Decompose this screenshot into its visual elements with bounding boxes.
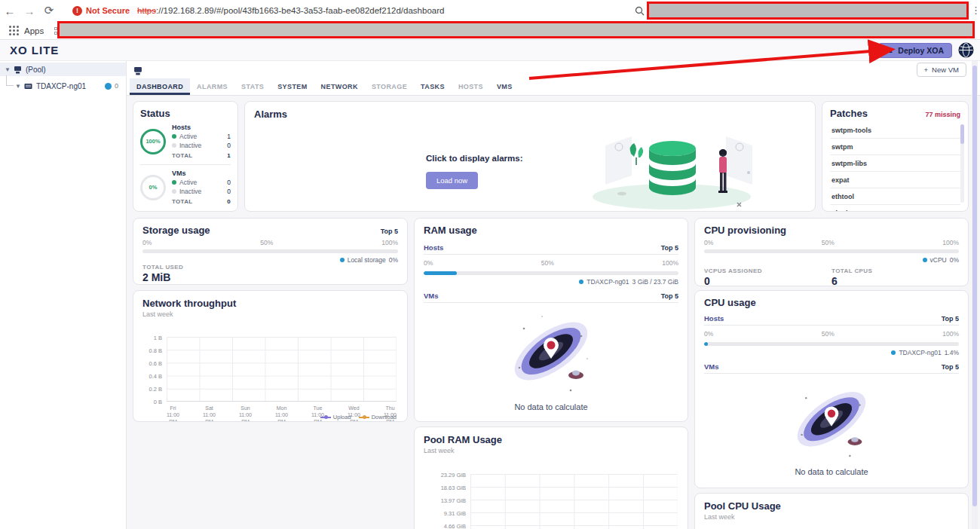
alarms-title: Alarms	[254, 109, 806, 120]
status-title: Status	[140, 108, 231, 119]
sidebar-item-host[interactable]: ▼ TDAXCP-ng01 0	[0, 79, 126, 93]
cpu-usage-legend-value: 1.4%	[945, 349, 959, 356]
xo-lite-dashboard-page: ← → ⟳ ! Not Secure https://192.168.2.89/…	[0, 0, 980, 529]
cpu-prov-title: CPU provisioning	[704, 225, 959, 236]
patch-item[interactable]: swtpm-libs	[830, 155, 960, 172]
apps-label[interactable]: Apps	[24, 26, 44, 35]
reload-icon[interactable]: ⟳	[39, 4, 59, 17]
top5-label: Top 5	[661, 292, 678, 300]
pool-ram-usage-card: Pool RAM Usage Last week 23.29 GiB 18.63…	[414, 427, 688, 529]
y-tick: 0.8 B	[142, 347, 162, 354]
inactive-label: Inactive	[179, 188, 201, 195]
user-avatar[interactable]	[958, 42, 974, 58]
vms-status-block: 0% VMs Active0 Inactive0 TOTAL0	[140, 170, 231, 205]
pool-icon	[133, 65, 142, 78]
scale-0: 0%	[704, 330, 713, 338]
patch-item[interactable]: expat	[830, 172, 960, 188]
y-tick: 1 B	[142, 335, 162, 341]
upload-legend-label: Upload	[333, 414, 351, 420]
inactive-label: Inactive	[179, 142, 201, 149]
deploy-xoa-label: Deploy XOA	[898, 46, 944, 55]
new-vm-button[interactable]: + New VM	[917, 63, 966, 77]
no-data-text: No data to calculate	[424, 402, 678, 411]
scale-0: 0%	[424, 259, 433, 267]
y-tick: 0.6 B	[142, 360, 162, 367]
tab-network[interactable]: NETWORK	[314, 78, 365, 95]
pool-cpu-subtitle: Last week	[704, 513, 959, 521]
tab-dashboard[interactable]: DASHBOARD	[130, 78, 190, 95]
vm-count-value: 0	[115, 82, 118, 90]
scale-0: 0%	[142, 239, 152, 246]
warning-icon: !	[72, 6, 82, 16]
ram-legend-value: 3 GiB / 23.7 GiB	[632, 278, 678, 286]
load-now-button[interactable]: Load now	[426, 172, 478, 189]
divider	[140, 164, 231, 165]
apps-grid-icon[interactable]	[9, 26, 19, 35]
cpu-prov-progressbar	[704, 249, 959, 253]
scale-50: 50%	[822, 330, 835, 338]
sidebar-item-pool[interactable]: ▼ (Pool)	[0, 63, 126, 76]
legend-dot-icon	[340, 258, 345, 262]
legend-dot-icon	[579, 280, 583, 284]
inactive-value: 0	[227, 142, 231, 149]
sidebar-tree: ▼ (Pool) ▼ TDAXCP-ng01 0	[0, 61, 127, 529]
scale-100: 100%	[662, 259, 678, 267]
chevron-down-icon[interactable]: ▼	[5, 66, 11, 73]
download-legend-label: Download	[372, 414, 397, 420]
patches-scrollbar[interactable]	[960, 124, 964, 203]
page-scrollbar[interactable]	[972, 61, 978, 529]
patch-item[interactable]: swtpm	[830, 139, 960, 155]
tab-vms[interactable]: VMS	[490, 78, 519, 95]
galaxy-no-data-illustration	[782, 377, 881, 467]
cpu-prov-legend-value: 0%	[950, 256, 959, 264]
tab-system[interactable]: SYSTEM	[271, 78, 314, 95]
scale-100: 100%	[381, 239, 398, 246]
vms-group-label: VMs	[172, 170, 231, 177]
pool-ram-subtitle: Last week	[424, 447, 678, 454]
app-header: XO LITE ▲ Deploy XOA	[0, 40, 980, 61]
vm-count-icon	[105, 83, 112, 90]
warning-triangle-icon: ▲	[887, 47, 893, 54]
back-icon[interactable]: ←	[0, 5, 20, 17]
chevron-down-icon[interactable]: ▼	[15, 83, 21, 90]
browser-menu-icon[interactable]: ⋮	[971, 5, 980, 16]
x-tick: Mon11:00PM	[275, 405, 288, 422]
patches-title: Patches	[830, 108, 868, 119]
deploy-xoa-button[interactable]: ▲ Deploy XOA	[878, 43, 952, 58]
y-tick: 4.66 GiB	[433, 523, 466, 529]
vcpus-assigned-value: 0	[704, 275, 831, 286]
active-dot-icon	[172, 180, 176, 185]
tab-tasks[interactable]: TASKS	[414, 78, 452, 95]
patch-item[interactable]: ethtool	[830, 188, 960, 205]
pool-icon	[14, 66, 22, 74]
legend-dot-icon	[923, 258, 927, 262]
total-label: TOTAL	[172, 152, 192, 159]
storage-usage-card: Storage usage Top 5 0% 50% 100% Local st…	[133, 218, 408, 285]
tab-stats[interactable]: STATS	[234, 78, 271, 95]
tab-storage[interactable]: STORAGE	[365, 78, 414, 95]
patch-item[interactable]: qlogic-netxtreme2	[830, 205, 960, 212]
x-tick: Sat11:00PM	[203, 405, 216, 422]
ram-legend-label: TDAXCP-ng01	[586, 278, 629, 286]
scale-50: 50%	[541, 259, 554, 267]
pool-cpu-title: Pool CPU Usage	[704, 500, 959, 512]
tab-hosts[interactable]: HOSTS	[452, 78, 490, 95]
host-vm-count-badge: 0	[105, 82, 118, 90]
forward-icon[interactable]: →	[20, 5, 39, 17]
scale-50: 50%	[822, 239, 835, 246]
patch-item[interactable]: swtpm-tools	[830, 122, 960, 139]
storage-progressbar	[142, 249, 398, 253]
url-text[interactable]: https://192.168.2.89/#/pool/43fb1663-be4…	[137, 6, 444, 15]
pool-tabbar: DASHBOARD ALARMS STATS SYSTEM NETWORK ST…	[127, 78, 980, 96]
y-tick: 13.97 GiB	[433, 497, 466, 504]
ram-usage-card: RAM usage Hosts Top 5 0% 50% 100% TDAXCP…	[414, 218, 688, 422]
inactive-dot-icon	[172, 143, 176, 148]
cpu-usage-title: CPU usage	[704, 297, 959, 308]
not-secure-badge[interactable]: ! Not Secure	[72, 6, 130, 16]
y-tick: 9.31 GiB	[433, 510, 466, 517]
network-subtitle: Last week	[142, 310, 398, 318]
tab-alarms[interactable]: ALARMS	[190, 78, 234, 95]
search-icon[interactable]	[635, 5, 645, 19]
url-rest: ://192.168.2.89/#/pool/43fb1663-be43-3a5…	[156, 6, 444, 15]
main-topbar: + New VM	[127, 61, 980, 78]
